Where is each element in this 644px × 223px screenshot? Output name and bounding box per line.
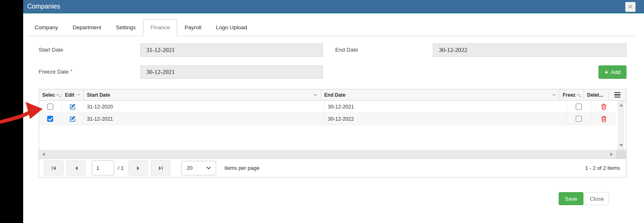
last-page-button[interactable] bbox=[151, 160, 170, 175]
delete-button[interactable] bbox=[601, 104, 607, 110]
column-header-delete[interactable]: Delet... bbox=[584, 89, 609, 100]
trash-icon bbox=[601, 116, 607, 122]
column-header-edit[interactable]: Edit bbox=[62, 89, 84, 100]
tab-finance[interactable]: Finance bbox=[143, 19, 177, 36]
grid-pager: / 1 20 items per page 1 - 2 of 2 items bbox=[39, 158, 626, 177]
chevron-down-icon bbox=[552, 94, 556, 96]
table-row[interactable]: 31-12-2021 30-12-2022 bbox=[39, 113, 616, 125]
modal-footer: Save Close bbox=[39, 178, 627, 205]
previous-page-icon bbox=[74, 166, 78, 171]
tabstrip: Company Department Settings Finance Payr… bbox=[27, 19, 635, 36]
grid-body: 31-12-2020 30-12-2021 bbox=[39, 101, 616, 150]
start-date-label: Start Date bbox=[39, 43, 140, 53]
tab-payroll[interactable]: Payroll bbox=[177, 19, 208, 36]
close-button[interactable]: Close bbox=[585, 192, 609, 205]
scroll-left-icon[interactable] bbox=[42, 152, 45, 156]
freeze-date-label: Freeze Date* bbox=[39, 65, 140, 75]
start-date-input[interactable] bbox=[140, 43, 323, 57]
page-total-label: / 1 bbox=[118, 165, 124, 171]
tab-settings[interactable]: Settings bbox=[108, 19, 143, 36]
screen-left-black-bar bbox=[0, 0, 23, 223]
chevron-down-icon bbox=[314, 94, 317, 96]
vertical-scrollbar[interactable] bbox=[618, 101, 624, 150]
grid-header: Selec . Edit Start Date End Date F bbox=[39, 89, 626, 101]
page-size-select[interactable]: 20 bbox=[181, 161, 216, 175]
first-page-icon bbox=[51, 166, 56, 171]
table-row[interactable]: 31-12-2020 30-12-2021 bbox=[39, 101, 616, 113]
horizontal-scrollbar[interactable] bbox=[39, 150, 616, 158]
page-number-input[interactable] bbox=[92, 160, 114, 175]
next-page-button[interactable] bbox=[128, 160, 148, 175]
edit-pencil-icon bbox=[69, 115, 76, 122]
chevron-down-icon bbox=[206, 167, 211, 169]
finance-periods-grid: Selec . Edit Start Date End Date F bbox=[39, 89, 627, 178]
row-select-checkbox[interactable] bbox=[47, 104, 53, 110]
column-header-start-date[interactable]: Start Date bbox=[84, 89, 321, 100]
edit-pencil-icon bbox=[69, 103, 76, 110]
row-start-date: 31-12-2020 bbox=[84, 101, 325, 113]
column-header-freeze[interactable]: Freez . bbox=[559, 89, 584, 100]
items-range-label: 1 - 2 of 2 items bbox=[585, 165, 621, 171]
last-page-icon bbox=[158, 166, 163, 171]
required-asterisk: * bbox=[70, 69, 72, 74]
scroll-up-icon[interactable] bbox=[619, 104, 623, 106]
add-button[interactable]: + Add bbox=[598, 65, 627, 79]
edit-button[interactable] bbox=[69, 103, 76, 110]
page-size-value: 20 bbox=[186, 165, 192, 171]
hamburger-icon bbox=[614, 92, 620, 97]
scrollbar-corner bbox=[616, 150, 626, 158]
finance-tab-content: Start Date End Date Freeze Date* + Add S… bbox=[23, 36, 644, 205]
companies-modal: Companies ✕ Company Department Settings … bbox=[23, 0, 644, 223]
column-header-end-date[interactable]: End Date bbox=[321, 89, 559, 100]
row-end-date: 30-12-2021 bbox=[325, 101, 567, 113]
trash-icon bbox=[601, 104, 607, 110]
tab-logo-upload[interactable]: Logo Upload bbox=[208, 19, 254, 36]
save-button[interactable]: Save bbox=[559, 192, 583, 205]
scroll-right-icon[interactable] bbox=[610, 152, 613, 156]
previous-page-button[interactable] bbox=[66, 160, 86, 175]
row-freeze-checkbox[interactable] bbox=[576, 104, 582, 110]
grid-menu-button[interactable] bbox=[609, 89, 626, 100]
modal-titlebar: Companies ✕ bbox=[23, 0, 644, 13]
items-per-page-label: items per page bbox=[224, 165, 259, 171]
row-start-date: 31-12-2021 bbox=[84, 113, 325, 125]
plus-icon: + bbox=[605, 69, 608, 76]
tab-department[interactable]: Department bbox=[65, 19, 109, 36]
delete-button[interactable] bbox=[601, 116, 607, 122]
end-date-input[interactable] bbox=[433, 43, 627, 57]
chevron-down-icon bbox=[77, 94, 80, 96]
next-page-icon bbox=[137, 166, 140, 171]
modal-close-button[interactable]: ✕ bbox=[625, 2, 635, 12]
first-page-button[interactable] bbox=[44, 160, 63, 175]
row-freeze-checkbox[interactable] bbox=[576, 116, 582, 122]
column-header-select[interactable]: Selec . bbox=[39, 89, 62, 100]
modal-title: Companies bbox=[27, 3, 60, 10]
end-date-label: End Date bbox=[335, 43, 433, 53]
scroll-down-icon[interactable] bbox=[619, 144, 623, 147]
edit-button[interactable] bbox=[69, 115, 76, 122]
close-icon: ✕ bbox=[628, 4, 633, 10]
tab-company[interactable]: Company bbox=[27, 19, 65, 36]
freeze-date-input[interactable] bbox=[140, 65, 323, 79]
row-select-checkbox[interactable] bbox=[47, 116, 53, 122]
row-end-date: 30-12-2022 bbox=[325, 113, 567, 125]
